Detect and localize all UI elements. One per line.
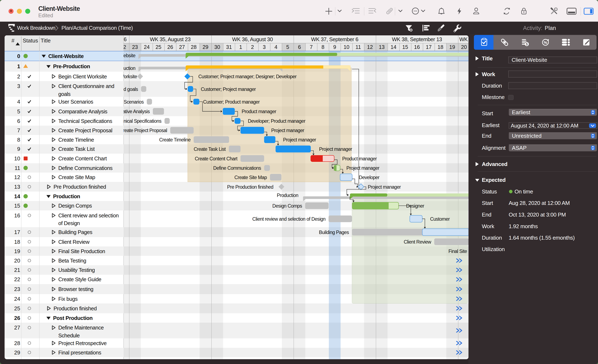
svg-text:Duration: Duration	[482, 83, 502, 89]
svg-text:Earliest: Earliest	[482, 122, 500, 128]
svg-text:WK 34, August 16: WK 34, August 16	[124, 36, 127, 42]
svg-text:18: 18	[438, 44, 443, 50]
svg-text:Start: Start	[482, 200, 493, 206]
svg-text:Work: Work	[482, 223, 495, 229]
svg-text:Customer; Project manager; Des: Customer; Project manager; Designer; Dev…	[198, 74, 297, 79]
svg-text:Work Breakdown: Work Breakdown	[17, 25, 55, 31]
svg-text:Create Site Map: Create Site Map	[58, 174, 95, 180]
svg-text:Create Content Chart: Create Content Chart	[195, 156, 238, 162]
svg-text:11: 11	[356, 44, 361, 50]
svg-text:5: 5	[286, 44, 289, 50]
svg-text:Alignment: Alignment	[482, 145, 506, 151]
svg-text:17: 17	[14, 229, 20, 235]
svg-text:Building Pages: Building Pages	[58, 229, 92, 235]
svg-text:On time: On time	[515, 188, 533, 195]
svg-text:12: 12	[14, 174, 20, 180]
svg-text:Create Timeline: Create Timeline	[159, 137, 191, 143]
svg-text:15: 15	[14, 202, 20, 209]
svg-text:Title: Title	[482, 55, 493, 62]
svg-text:Define Communications: Define Communications	[213, 165, 261, 171]
svg-text:Final Site Production: Final Site Production	[58, 248, 105, 254]
svg-text:15: 15	[402, 44, 408, 50]
svg-text:13: 13	[379, 44, 385, 50]
svg-text:27: 27	[14, 324, 20, 331]
svg-text:16: 16	[414, 44, 420, 50]
svg-text:21: 21	[14, 267, 20, 273]
svg-text:Browser testing: Browser testing	[58, 286, 93, 292]
svg-text:16: 16	[14, 212, 20, 218]
svg-text:Project manager: Project manager	[271, 128, 304, 133]
svg-text:Title: Title	[41, 37, 50, 44]
svg-text:Create Project Proposal: Create Project Proposal	[58, 128, 112, 133]
svg-text:7: 7	[17, 127, 20, 134]
svg-text:Create Task List: Create Task List	[58, 146, 95, 152]
svg-text:Technical Specifications: Technical Specifications	[124, 118, 161, 124]
svg-text:Production finished: Production finished	[53, 306, 97, 311]
svg-text:Product manager: Product manager	[241, 109, 276, 114]
svg-text:2: 2	[17, 73, 20, 80]
svg-text:Client-Website: Client-Website	[48, 53, 84, 59]
svg-text:Usability Testing: Usability Testing	[58, 267, 95, 273]
svg-text:23: 23	[132, 44, 138, 50]
svg-text:Fix bugs: Fix bugs	[58, 296, 77, 302]
svg-text:WK 35, August 23: WK 35, August 23	[150, 36, 191, 42]
svg-text:Milestone: Milestone	[482, 94, 505, 100]
svg-text:Developer: Developer	[359, 175, 380, 180]
svg-text:20: 20	[14, 258, 20, 264]
svg-text:End: End	[482, 211, 491, 218]
svg-text:8: 8	[322, 44, 324, 50]
svg-text:Client-Website: Client-Website	[124, 53, 135, 58]
svg-text:Oct 13, 2020 at 3:00 PM: Oct 13, 2020 at 3:00 PM	[509, 211, 566, 218]
svg-text:26: 26	[14, 315, 20, 321]
svg-text:Final Site: Final Site	[448, 249, 467, 254]
svg-text:Customer: Customer	[430, 216, 450, 222]
svg-text:19: 19	[449, 44, 455, 50]
svg-text:Create Timeline: Create Timeline	[58, 137, 94, 143]
svg-text:Create Content Chart: Create Content Chart	[58, 156, 107, 162]
svg-text:24: 24	[144, 44, 150, 50]
svg-text:13: 13	[14, 184, 20, 190]
svg-text:WK 39, September 20: WK 39, September 20	[459, 36, 468, 42]
svg-text:Client review and selection: Client review and selection	[58, 213, 119, 218]
svg-text:Create Site Map: Create Site Map	[234, 175, 267, 180]
svg-text:4: 4	[274, 44, 277, 50]
svg-text:Pre Production finished: Pre Production finished	[53, 184, 106, 190]
svg-text:Start: Start	[482, 110, 493, 116]
svg-text:Plan/Actual Comparison (Time): Plan/Actual Comparison (Time)	[61, 25, 133, 31]
svg-text:ASAP: ASAP	[512, 145, 527, 151]
svg-text:Expected: Expected	[482, 177, 506, 183]
svg-text:7: 7	[310, 44, 313, 50]
svg-text:Begin Client Worksite: Begin Client Worksite	[58, 74, 107, 80]
svg-text:Utilization: Utilization	[482, 246, 505, 252]
svg-text:9: 9	[333, 44, 336, 50]
svg-text:Status: Status	[482, 188, 497, 195]
svg-text:8: 8	[17, 137, 20, 143]
svg-text:3: 3	[17, 83, 20, 89]
svg-text:Activity:: Activity:	[523, 25, 542, 31]
svg-text:5: 5	[17, 108, 20, 115]
svg-text:Plan: Plan	[545, 25, 556, 31]
svg-text:End: End	[482, 133, 491, 139]
svg-text:Schedule: Schedule	[58, 332, 80, 339]
svg-text:August 24, 2020 at 12:00 AM: August 24, 2020 at 12:00 AM	[511, 122, 578, 129]
svg-text:1.92 months: 1.92 months	[509, 223, 538, 229]
svg-text:31: 31	[226, 44, 232, 50]
svg-text:WK 36, August 30: WK 36, August 30	[232, 36, 273, 42]
svg-text:18: 18	[14, 239, 20, 245]
svg-text:Client Review: Client Review	[404, 239, 431, 245]
svg-text:Advanced: Advanced	[482, 161, 507, 167]
svg-text:19: 19	[14, 248, 20, 254]
svg-text:12: 12	[367, 44, 373, 50]
svg-text:Design Comps: Design Comps	[58, 203, 92, 209]
svg-text:14: 14	[390, 44, 396, 50]
svg-text:Product manager: Product manager	[342, 156, 377, 162]
svg-text:of Design: of Design	[58, 220, 80, 226]
svg-text:Client-Website: Client-Website	[512, 57, 547, 63]
svg-text:20: 20	[461, 44, 467, 50]
svg-text:User Scenarios: User Scenarios	[124, 99, 144, 105]
svg-text:10: 10	[14, 155, 20, 162]
svg-text:Technical Specifications: Technical Specifications	[58, 118, 112, 124]
svg-text:25: 25	[156, 44, 161, 50]
svg-text:Developer; Product manager: Developer; Product manager	[248, 118, 306, 124]
svg-text:23: 23	[14, 286, 20, 292]
